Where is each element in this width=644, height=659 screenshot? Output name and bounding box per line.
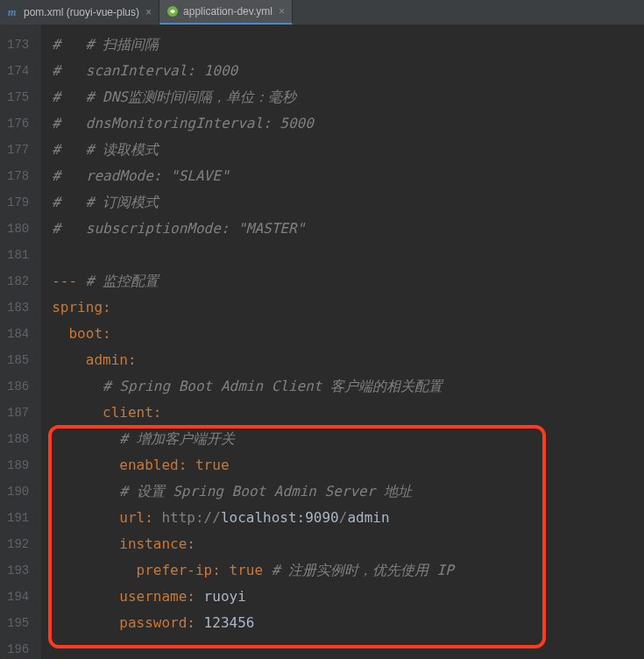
line-number: 185 xyxy=(7,347,29,373)
line-number: 176 xyxy=(7,110,29,137)
line-number: 181 xyxy=(7,242,29,268)
line-gutter: 1731741751761771781791801811821831841851… xyxy=(0,25,41,659)
line-number: 187 xyxy=(7,400,29,426)
close-icon[interactable]: × xyxy=(279,5,285,18)
line-number: 180 xyxy=(7,216,29,242)
line-number: 192 xyxy=(7,531,29,557)
line-number: 178 xyxy=(7,163,29,189)
editor-tabs: m pom.xml (ruoyi-vue-plus) × application… xyxy=(0,0,644,25)
line-number: 190 xyxy=(7,478,29,505)
tab-label: pom.xml (ruoyi-vue-plus) xyxy=(24,6,139,18)
line-number: 183 xyxy=(7,294,29,321)
line-number: 177 xyxy=(7,137,29,163)
tab-application-dev[interactable]: application-dev.yml × xyxy=(159,0,293,25)
line-number: 188 xyxy=(7,426,29,452)
line-number: 174 xyxy=(7,58,29,84)
code-content[interactable]: # # 扫描间隔 # scanInterval: 1000 # # DNS监测时… xyxy=(41,25,644,659)
line-number: 194 xyxy=(7,584,29,610)
line-number: 186 xyxy=(7,373,29,400)
line-number: 195 xyxy=(7,610,29,636)
line-number: 175 xyxy=(7,84,29,110)
maven-icon: m xyxy=(7,6,19,18)
line-number: 196 xyxy=(7,636,29,659)
line-number: 193 xyxy=(7,557,29,584)
line-number: 191 xyxy=(7,505,29,531)
line-number: 182 xyxy=(7,268,29,294)
tab-pom-xml[interactable]: m pom.xml (ruoyi-vue-plus) × xyxy=(0,0,159,25)
line-number: 179 xyxy=(7,189,29,216)
code-editor[interactable]: 1731741751761771781791801811821831841851… xyxy=(0,25,644,659)
spring-icon xyxy=(166,5,179,18)
close-icon[interactable]: × xyxy=(145,6,152,18)
line-number: 184 xyxy=(7,321,29,347)
line-number: 189 xyxy=(7,452,29,478)
svg-text:m: m xyxy=(8,6,16,18)
line-number: 173 xyxy=(7,32,29,58)
tab-label: application-dev.yml xyxy=(183,5,272,18)
